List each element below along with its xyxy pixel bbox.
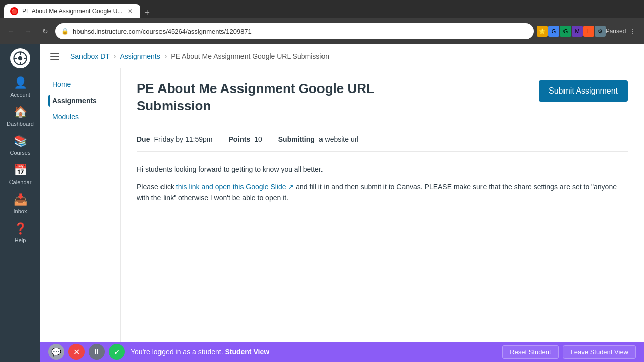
submitting-value: a website url [319, 135, 359, 143]
breadcrumb-section[interactable]: Assignments [120, 52, 160, 60]
inbox-icon: 📥 [14, 193, 27, 206]
back-button[interactable]: ← [4, 24, 18, 38]
sidebar-item-courses[interactable]: 📚 Courses [3, 131, 38, 160]
page-header: PE About Me Assignment Google URL Submis… [137, 80, 628, 115]
ext-icon-5[interactable]: L [583, 26, 594, 37]
page-content: PE About Me Assignment Google URL Submis… [121, 68, 644, 342]
due-label: Due [137, 135, 150, 143]
breadcrumb-sep-2: › [165, 52, 167, 60]
tab-favicon: 🔴 [10, 7, 18, 15]
student-bar-text: You're logged in as a student. Student V… [131, 348, 496, 356]
sidebar-item-inbox[interactable]: 📥 Inbox [3, 189, 38, 218]
assignment-title: PE About Me Assignment Google URL Submis… [137, 80, 388, 115]
courses-label: Courses [10, 150, 31, 156]
address-bar[interactable]: 🔒 hbuhsd.instructure.com/courses/45264/a… [55, 23, 534, 39]
sidebar-item-help[interactable]: ❓ Help [3, 218, 38, 247]
help-label: Help [15, 237, 26, 243]
url-text: hbuhsd.instructure.com/courses/45264/ass… [73, 28, 528, 35]
body-paragraph-1: Hi students looking forward to getting t… [137, 164, 628, 175]
left-navigation: Home Assignments Modules [40, 68, 121, 342]
student-bar-actions: Reset Student Leave Student View [502, 345, 636, 359]
active-browser-tab[interactable]: 🔴 PE About Me Assignment Google U... ✕ [4, 4, 140, 18]
assignment-meta: Due Friday by 11:59pm Points 10 Submitti… [137, 127, 628, 152]
ext-icon-1[interactable]: ⭐ [537, 26, 548, 37]
student-bar-icons: 💬 ✕ ⏸ ✓ [48, 344, 125, 360]
breadcrumb-current: PE About Me Assignment Google URL Submis… [171, 52, 329, 60]
points-label: Points [228, 135, 250, 143]
body-text-before: Please click [137, 183, 176, 191]
google-slide-link[interactable]: this link and open this Google Slide ↗ [176, 183, 294, 191]
hamburger-menu[interactable] [50, 50, 62, 62]
student-view-bar: 💬 ✕ ⏸ ✓ You're logged in as a student. S… [40, 342, 644, 362]
student-icon-chat[interactable]: 💬 [48, 344, 64, 360]
svg-point-1 [18, 56, 22, 60]
ext-icon-4[interactable]: M [572, 26, 583, 37]
points-value: 10 [254, 135, 262, 143]
student-icon-check[interactable]: ✓ [109, 344, 125, 360]
dashboard-label: Dashboard [7, 121, 34, 127]
nav-home[interactable]: Home [48, 78, 112, 90]
app-sidebar: 👤 Account 🏠 Dashboard 📚 Courses 📅 Calend… [0, 44, 40, 362]
submitting-label: Submitting [278, 135, 315, 143]
calendar-icon: 📅 [14, 164, 27, 177]
canvas-logo[interactable] [10, 48, 30, 68]
points-meta: Points 10 [228, 135, 262, 143]
ext-icon-6[interactable]: ⚙ [595, 26, 606, 37]
sidebar-item-calendar[interactable]: 📅 Calendar [3, 160, 38, 189]
student-icon-close[interactable]: ✕ [68, 344, 85, 360]
reset-student-button[interactable]: Reset Student [502, 345, 558, 359]
profile-button[interactable]: Paused [609, 24, 623, 38]
ext-icon-2[interactable]: G [548, 26, 559, 37]
assignment-body: Hi students looking forward to getting t… [137, 164, 628, 204]
ext-icon-3[interactable]: G [560, 26, 571, 37]
due-date-meta: Due Friday by 11:59pm [137, 135, 212, 143]
breadcrumb: Sandbox DT › Assignments › PE About Me A… [40, 44, 644, 68]
menu-button[interactable]: ⋮ [626, 24, 640, 38]
lock-icon: 🔒 [61, 28, 69, 35]
inbox-label: Inbox [14, 208, 27, 214]
courses-icon: 📚 [14, 135, 27, 148]
nav-modules[interactable]: Modules [48, 111, 112, 123]
sidebar-item-dashboard[interactable]: 🏠 Dashboard [3, 102, 38, 131]
submitting-meta: Submitting a website url [278, 135, 359, 143]
new-tab-button[interactable]: + [140, 8, 154, 18]
forward-button[interactable]: → [21, 24, 35, 38]
tab-close-button[interactable]: ✕ [126, 7, 134, 15]
breadcrumb-sep-1: › [114, 52, 116, 60]
dashboard-icon: 🏠 [14, 106, 27, 119]
help-icon: ❓ [14, 222, 27, 235]
breadcrumb-home[interactable]: Sandbox DT [70, 52, 110, 60]
sidebar-item-account[interactable]: 👤 Account [3, 72, 38, 102]
account-label: Account [10, 92, 30, 98]
due-value: Friday by 11:59pm [154, 135, 212, 143]
student-icon-pause[interactable]: ⏸ [89, 344, 105, 360]
submit-assignment-button[interactable]: Submit Assignment [539, 80, 628, 102]
tab-title: PE About Me Assignment Google U... [22, 8, 122, 15]
account-icon: 👤 [14, 76, 27, 89]
extension-icons: ⭐ G G M L ⚙ [537, 26, 606, 37]
body-paragraph-2: Please click this link and open this Goo… [137, 181, 628, 204]
reload-button[interactable]: ↻ [38, 24, 52, 38]
nav-assignments[interactable]: Assignments [48, 95, 112, 107]
leave-student-view-button[interactable]: Leave Student View [563, 345, 636, 359]
calendar-label: Calendar [9, 179, 32, 185]
